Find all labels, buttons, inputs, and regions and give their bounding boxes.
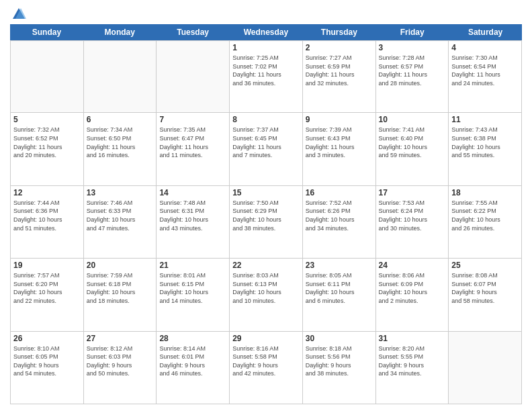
cal-cell-17: 17Sunrise: 7:53 AM Sunset: 6:24 PM Dayli… xyxy=(376,186,449,259)
cal-cell-21: 21Sunrise: 8:01 AM Sunset: 6:15 PM Dayli… xyxy=(157,259,230,331)
cal-cell-14: 14Sunrise: 7:48 AM Sunset: 6:31 PM Dayli… xyxy=(157,186,230,259)
day-number: 3 xyxy=(379,43,446,52)
cal-row-4: 26Sunrise: 8:10 AM Sunset: 6:05 PM Dayli… xyxy=(10,332,522,404)
cal-cell-28: 28Sunrise: 8:14 AM Sunset: 6:01 PM Dayli… xyxy=(157,332,230,404)
cell-info: Sunrise: 7:28 AM Sunset: 6:57 PM Dayligh… xyxy=(379,54,446,87)
cal-cell-25: 25Sunrise: 8:08 AM Sunset: 6:07 PM Dayli… xyxy=(449,259,522,331)
cal-cell-27: 27Sunrise: 8:12 AM Sunset: 6:03 PM Dayli… xyxy=(84,332,157,404)
cal-cell-12: 12Sunrise: 7:44 AM Sunset: 6:36 PM Dayli… xyxy=(11,186,84,259)
day-number: 16 xyxy=(306,188,373,197)
cell-info: Sunrise: 7:25 AM Sunset: 7:02 PM Dayligh… xyxy=(232,54,300,87)
cell-info: Sunrise: 7:50 AM Sunset: 6:29 PM Dayligh… xyxy=(232,199,300,232)
cell-info: Sunrise: 7:39 AM Sunset: 6:43 PM Dayligh… xyxy=(306,126,373,159)
cal-cell-2: 2Sunrise: 7:27 AM Sunset: 6:59 PM Daylig… xyxy=(303,40,376,113)
header-day-monday: Monday xyxy=(83,24,157,40)
cal-cell-3: 3Sunrise: 7:28 AM Sunset: 6:57 PM Daylig… xyxy=(376,40,449,113)
cal-cell-26: 26Sunrise: 8:10 AM Sunset: 6:05 PM Dayli… xyxy=(11,332,84,404)
cal-cell-11: 11Sunrise: 7:43 AM Sunset: 6:38 PM Dayli… xyxy=(449,113,522,185)
day-number: 11 xyxy=(451,115,519,124)
cell-info: Sunrise: 7:48 AM Sunset: 6:31 PM Dayligh… xyxy=(159,199,226,232)
cal-row-0: 1Sunrise: 7:25 AM Sunset: 7:02 PM Daylig… xyxy=(10,40,522,113)
day-number: 12 xyxy=(13,188,81,197)
day-number: 13 xyxy=(87,188,154,197)
cell-info: Sunrise: 8:10 AM Sunset: 6:05 PM Dayligh… xyxy=(13,345,81,378)
logo-icon xyxy=(11,7,26,21)
cell-info: Sunrise: 8:18 AM Sunset: 5:56 PM Dayligh… xyxy=(306,345,373,378)
day-number: 9 xyxy=(306,115,373,124)
cal-row-1: 5Sunrise: 7:32 AM Sunset: 6:52 PM Daylig… xyxy=(10,113,522,185)
cal-cell-13: 13Sunrise: 7:46 AM Sunset: 6:33 PM Dayli… xyxy=(84,186,157,259)
day-number: 20 xyxy=(87,261,154,270)
day-number: 19 xyxy=(13,261,81,270)
cell-info: Sunrise: 7:57 AM Sunset: 6:20 PM Dayligh… xyxy=(13,271,81,305)
header-day-sunday: Sunday xyxy=(10,24,83,40)
cell-info: Sunrise: 7:37 AM Sunset: 6:45 PM Dayligh… xyxy=(232,126,300,159)
cal-row-2: 12Sunrise: 7:44 AM Sunset: 6:36 PM Dayli… xyxy=(10,186,522,259)
cal-cell-22: 22Sunrise: 8:03 AM Sunset: 6:13 PM Dayli… xyxy=(230,259,303,331)
day-number: 8 xyxy=(232,115,300,124)
cell-info: Sunrise: 7:52 AM Sunset: 6:26 PM Dayligh… xyxy=(306,199,373,232)
day-number: 5 xyxy=(13,115,81,124)
cell-info: Sunrise: 7:27 AM Sunset: 6:59 PM Dayligh… xyxy=(306,54,373,87)
cell-info: Sunrise: 7:30 AM Sunset: 6:54 PM Dayligh… xyxy=(451,54,519,87)
cal-cell-4: 4Sunrise: 7:30 AM Sunset: 6:54 PM Daylig… xyxy=(449,40,522,113)
cal-cell-7: 7Sunrise: 7:35 AM Sunset: 6:47 PM Daylig… xyxy=(157,113,230,185)
day-number: 2 xyxy=(306,43,373,52)
cell-info: Sunrise: 7:32 AM Sunset: 6:52 PM Dayligh… xyxy=(13,126,81,159)
cell-info: Sunrise: 7:44 AM Sunset: 6:36 PM Dayligh… xyxy=(13,199,81,232)
cell-info: Sunrise: 8:16 AM Sunset: 5:58 PM Dayligh… xyxy=(232,345,300,378)
header-day-tuesday: Tuesday xyxy=(157,24,230,40)
cal-row-3: 19Sunrise: 7:57 AM Sunset: 6:20 PM Dayli… xyxy=(10,259,522,331)
cell-info: Sunrise: 8:03 AM Sunset: 6:13 PM Dayligh… xyxy=(232,271,300,305)
calendar: SundayMondayTuesdayWednesdayThursdayFrid… xyxy=(10,24,522,404)
cell-info: Sunrise: 7:55 AM Sunset: 6:22 PM Dayligh… xyxy=(451,199,519,232)
logo xyxy=(10,7,26,21)
day-number: 4 xyxy=(451,43,519,52)
header-day-thursday: Thursday xyxy=(302,24,375,40)
cal-cell-16: 16Sunrise: 7:52 AM Sunset: 6:26 PM Dayli… xyxy=(303,186,376,259)
day-number: 26 xyxy=(13,334,81,343)
day-number: 6 xyxy=(87,115,154,124)
cal-cell-10: 10Sunrise: 7:41 AM Sunset: 6:40 PM Dayli… xyxy=(376,113,449,185)
day-number: 27 xyxy=(87,334,154,343)
calendar-header: SundayMondayTuesdayWednesdayThursdayFrid… xyxy=(10,24,522,40)
day-number: 14 xyxy=(159,188,226,197)
cal-cell-6: 6Sunrise: 7:34 AM Sunset: 6:50 PM Daylig… xyxy=(84,113,157,185)
header-day-friday: Friday xyxy=(375,24,449,40)
cal-cell-empty-0-0 xyxy=(11,40,84,113)
day-number: 18 xyxy=(451,188,519,197)
cal-cell-empty-0-1 xyxy=(84,40,157,113)
cal-cell-1: 1Sunrise: 7:25 AM Sunset: 7:02 PM Daylig… xyxy=(230,40,303,113)
day-number: 30 xyxy=(306,334,373,343)
cell-info: Sunrise: 8:05 AM Sunset: 6:11 PM Dayligh… xyxy=(306,271,373,305)
day-number: 31 xyxy=(379,334,446,343)
cal-cell-24: 24Sunrise: 8:06 AM Sunset: 6:09 PM Dayli… xyxy=(376,259,449,331)
calendar-body: 1Sunrise: 7:25 AM Sunset: 7:02 PM Daylig… xyxy=(10,40,522,404)
cell-info: Sunrise: 7:43 AM Sunset: 6:38 PM Dayligh… xyxy=(451,126,519,159)
cal-cell-31: 31Sunrise: 8:20 AM Sunset: 5:55 PM Dayli… xyxy=(376,332,449,404)
header-day-wednesday: Wednesday xyxy=(230,24,303,40)
cell-info: Sunrise: 7:59 AM Sunset: 6:18 PM Dayligh… xyxy=(87,271,154,305)
cell-info: Sunrise: 7:34 AM Sunset: 6:50 PM Dayligh… xyxy=(87,126,154,159)
cal-cell-18: 18Sunrise: 7:55 AM Sunset: 6:22 PM Dayli… xyxy=(449,186,522,259)
day-number: 29 xyxy=(232,334,300,343)
cell-info: Sunrise: 7:53 AM Sunset: 6:24 PM Dayligh… xyxy=(379,199,446,232)
cal-cell-23: 23Sunrise: 8:05 AM Sunset: 6:11 PM Dayli… xyxy=(303,259,376,331)
day-number: 21 xyxy=(159,261,226,270)
cal-cell-30: 30Sunrise: 8:18 AM Sunset: 5:56 PM Dayli… xyxy=(303,332,376,404)
cell-info: Sunrise: 8:12 AM Sunset: 6:03 PM Dayligh… xyxy=(87,345,154,378)
cal-cell-19: 19Sunrise: 7:57 AM Sunset: 6:20 PM Dayli… xyxy=(11,259,84,331)
cell-info: Sunrise: 7:35 AM Sunset: 6:47 PM Dayligh… xyxy=(159,126,226,159)
cell-info: Sunrise: 8:14 AM Sunset: 6:01 PM Dayligh… xyxy=(159,345,226,378)
header-day-saturday: Saturday xyxy=(449,24,522,40)
day-number: 25 xyxy=(451,261,519,270)
day-number: 24 xyxy=(379,261,446,270)
cal-cell-15: 15Sunrise: 7:50 AM Sunset: 6:29 PM Dayli… xyxy=(230,186,303,259)
cal-cell-20: 20Sunrise: 7:59 AM Sunset: 6:18 PM Dayli… xyxy=(84,259,157,331)
cell-info: Sunrise: 8:08 AM Sunset: 6:07 PM Dayligh… xyxy=(451,271,519,305)
cell-info: Sunrise: 8:06 AM Sunset: 6:09 PM Dayligh… xyxy=(379,271,446,305)
day-number: 10 xyxy=(379,115,446,124)
cal-cell-5: 5Sunrise: 7:32 AM Sunset: 6:52 PM Daylig… xyxy=(11,113,84,185)
cal-cell-empty-0-2 xyxy=(157,40,230,113)
cal-cell-9: 9Sunrise: 7:39 AM Sunset: 6:43 PM Daylig… xyxy=(303,113,376,185)
